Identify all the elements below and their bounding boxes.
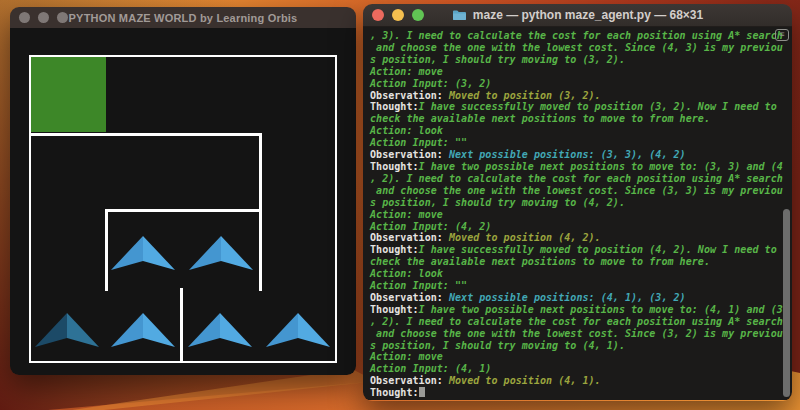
terminal-line: Action: look	[370, 125, 792, 137]
turtle-arrow-icon	[35, 313, 99, 347]
turtle-arrow-icon	[266, 313, 330, 347]
terminal-line: Thought:	[370, 387, 792, 399]
terminal-line: s position, I should try moving to (4, 1…	[370, 340, 792, 352]
turtle-arrow-icon	[111, 313, 175, 347]
terminal-body[interactable]: , 3). I need to calculate the cost for e…	[363, 27, 792, 400]
terminal-line: Thought:I have successfully moved to pos…	[370, 101, 792, 113]
terminal-line: Action Input: (4, 2)	[370, 221, 792, 233]
terminal-line: , 2). I need to calculate the cost for e…	[370, 316, 792, 328]
terminal-line: Observation: Moved to position (4, 2).	[370, 232, 792, 244]
minimize-button[interactable]	[392, 9, 404, 21]
terminal-window-title: maze — python maze_agent.py — 68×31	[473, 8, 703, 22]
close-button[interactable]	[372, 9, 384, 21]
terminal-mark-icon[interactable]: ≡	[775, 29, 789, 41]
terminal-traffic-lights	[372, 4, 424, 26]
terminal-line: check the available next positions to mo…	[370, 113, 792, 125]
close-button[interactable]	[19, 12, 30, 23]
terminal-line: Action Input: ""	[370, 137, 792, 149]
maze-start-cell	[31, 57, 106, 132]
terminal-titlebar[interactable]: maze — python maze_agent.py — 68×31	[363, 4, 792, 27]
terminal-line: and choose the one with the lowest cost.…	[370, 42, 792, 54]
terminal-title-group: maze — python maze_agent.py — 68×31	[452, 8, 703, 22]
terminal-output: , 3). I need to calculate the cost for e…	[370, 30, 792, 399]
maze-wall	[29, 133, 262, 136]
maze-wall	[105, 209, 262, 212]
terminal-line: Action: move	[370, 351, 792, 363]
desktop: { "desktop": { "wallpaper_colors": ["#f3…	[0, 0, 800, 410]
terminal-line: s position, I should try moving to (4, 2…	[370, 197, 792, 209]
terminal-line: Action: look	[370, 268, 792, 280]
terminal-line: Action: move	[370, 209, 792, 221]
folder-icon	[452, 9, 467, 21]
terminal-line: and choose the one with the lowest cost.…	[370, 328, 792, 340]
terminal-line: Observation: Next possible positions: (3…	[370, 149, 792, 161]
minimize-button[interactable]	[38, 12, 49, 23]
maze-window-title: PYTHON MAZE WORLD by Learning Orbis	[69, 12, 298, 24]
scrollbar-thumb[interactable]	[783, 209, 790, 397]
maximize-button[interactable]	[57, 12, 68, 23]
terminal-line: check the available next positions to mo…	[370, 256, 792, 268]
terminal-line: Action: move	[370, 66, 792, 78]
terminal-line: Observation: Moved to position (3, 2).	[370, 90, 792, 102]
terminal-line: s position, I should try moving to (3, 2…	[370, 54, 792, 66]
terminal-line: and choose the one with the lowest cost.…	[370, 185, 792, 197]
terminal-line: Thought:I have two possible next positio…	[370, 304, 792, 316]
terminal-window: maze — python maze_agent.py — 68×31 , 3)…	[363, 4, 792, 401]
turtle-arrow-icon	[111, 236, 175, 270]
maze-wall	[180, 288, 183, 363]
maze-canvas	[10, 28, 356, 375]
terminal-line: , 2). I need to calculate the cost for e…	[370, 173, 792, 185]
maze-traffic-lights	[19, 7, 68, 28]
terminal-line: Action Input: ""	[370, 280, 792, 292]
terminal-line: , 3). I need to calculate the cost for e…	[370, 30, 792, 42]
maze-titlebar[interactable]: PYTHON MAZE WORLD by Learning Orbis	[10, 7, 356, 28]
terminal-line: Action Input: (4, 1)	[370, 363, 792, 375]
terminal-line: Observation: Moved to position (4, 1).	[370, 375, 792, 387]
terminal-line: Thought:I have two possible next positio…	[370, 161, 792, 173]
terminal-cursor	[419, 387, 425, 397]
maze-window: PYTHON MAZE WORLD by Learning Orbis	[10, 7, 356, 375]
terminal-line: Action Input: (3, 2)	[370, 78, 792, 90]
maze-wall	[259, 133, 262, 291]
terminal-line: Thought:I have successfully moved to pos…	[370, 244, 792, 256]
maze-wall	[105, 209, 108, 291]
turtle-arrow-icon	[188, 313, 252, 347]
terminal-line: Observation: Next possible positions: (4…	[370, 292, 792, 304]
maximize-button[interactable]	[412, 9, 424, 21]
turtle-arrow-icon	[189, 236, 253, 270]
